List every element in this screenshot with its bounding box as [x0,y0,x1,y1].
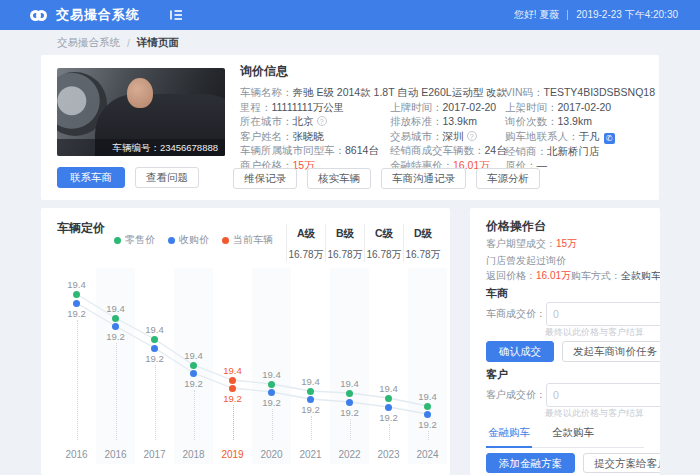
phone-icon[interactable]: ✆ [604,133,615,144]
breadcrumb-current: 详情页面 [137,36,179,50]
acquisition-price-dot[interactable] [346,399,353,406]
top-bar: 交易撮合系统 您好! 夏薇 2019-2-23 下午4:20:30 [0,0,700,30]
inquiry-info-body: 询价信息 车辆名称：奔驰 E级 2014款 1.8T 自动 E260L运动型 改… [240,63,645,183]
vehicle-photo-caption: 车辆编号：23456678888 [57,139,225,156]
retail-price-dot[interactable] [346,390,353,397]
return-price: 返回价格：16.01万 [486,270,571,282]
retail-price-label: 19.4 [213,365,252,376]
acquisition-price-dot[interactable] [151,345,158,352]
retail-price-label: 19.4 [96,303,135,314]
inquiry-info-card: 车辆编号：23456678888 联系车商 查看问题 询价信息 车辆名称：奔驰 … [41,55,659,200]
launch-dealer-inquiry-button[interactable]: 发起车商询价任务 [562,341,660,362]
acquisition-price-dot[interactable] [385,404,392,411]
acquisition-price-label: 19.2 [174,378,213,389]
dealer-price-hint: 最终以此价格与客户结算 [486,327,644,338]
person-face-graphic [127,78,153,108]
help-icon[interactable]: ? [317,116,327,126]
acquisition-price-dot[interactable] [112,323,119,330]
dealer-price-input-box: 万 [546,302,660,326]
source-analysis-button[interactable]: 车源分析 [476,168,540,189]
add-finance-plan-button[interactable]: 添加金融方案 [486,453,575,474]
retail-price-dot[interactable] [229,377,236,384]
acquisition-price-dot[interactable] [73,300,80,307]
customer-section-title: 客户 [486,368,644,380]
vehicle-photo[interactable]: 车辆编号：23456678888 [57,68,225,156]
retail-price-dot[interactable] [73,291,80,298]
acquisition-price-label: 19.2 [291,404,330,415]
retail-price-label: 19.4 [330,378,369,389]
pricing-plot: 19.419.2201619.419.2201619.419.2201719.4… [57,268,447,468]
plot-guide-line [155,365,156,440]
pricing-chart-title: 车辆定价 [57,220,105,237]
retail-price-dot[interactable] [424,403,431,410]
retail-price-label: 19.4 [252,369,291,380]
year-axis-label: 2024 [408,449,447,460]
grade-a-cell: A级 16.78万 [286,224,325,262]
breadcrumb-root[interactable]: 交易撮合系统 [57,36,120,50]
help-icon[interactable]: ? [467,131,477,141]
dealer-price-label: 车商成交价： [486,307,546,321]
legend-retail: 零售价 [114,233,155,247]
maintenance-record-button[interactable]: 维保记录 [233,168,297,189]
plot-guide-line [389,424,390,440]
confirm-deal-button[interactable]: 确认成交 [486,341,554,362]
view-issue-button[interactable]: 查看问题 [135,167,199,188]
acquisition-price-dot[interactable] [307,396,314,403]
dealer-communication-log-button[interactable]: 车商沟通记录 [381,168,466,189]
retail-price-dot[interactable] [307,388,314,395]
app-logo-icon [30,10,47,21]
vehicle-pricing-card: 车辆定价 零售价 收购价 当前车辆 A级 16.78万 B级 16.78万 [41,208,450,475]
retail-price-label: 19.4 [57,279,96,290]
acquisition-price-label: 19.2 [252,397,291,408]
year-axis-label: 2019 [213,449,252,460]
retail-price-dot[interactable] [112,315,119,322]
submit-plan-button[interactable]: 提交方案给客户 [583,453,660,474]
current-vehicle-dot-icon [222,237,229,244]
plot-guide-line [116,343,117,440]
verify-vehicle-button[interactable]: 核实车辆 [307,168,371,189]
acquisition-price-label: 19.2 [369,412,408,423]
grade-d-cell: D级 16.78万 [403,224,442,262]
user-greeting[interactable]: 您好! 夏薇 [514,8,560,22]
acquisition-price-label: 19.2 [213,393,252,404]
year-axis-label: 2023 [369,449,408,460]
retail-price-dot[interactable] [268,381,275,388]
store-inquiry-note: 门店曾发起过询价 [486,255,644,267]
contact-dealer-button[interactable]: 联系车商 [57,167,125,188]
collapse-menu-icon[interactable] [170,9,183,21]
tab-finance-purchase[interactable]: 金融购车 [486,422,532,448]
price-operation-panel: 价格操作台 客户期望成交：15万 门店曾发起过询价 返回价格：16.01万 购车… [470,208,660,475]
acquisition-price-label: 19.2 [330,407,369,418]
year-axis-label: 2017 [135,449,174,460]
retail-price-label: 19.4 [135,324,174,335]
acquisition-price-label: 19.2 [96,331,135,342]
customer-expect-row: 客户期望成交：15万 [486,238,644,250]
legend-and-grades: 零售价 收购价 当前车辆 A级 16.78万 B级 16.78万 C级 16.7… [114,224,442,262]
customer-price-input[interactable] [547,389,660,401]
retail-price-dot[interactable] [385,395,392,402]
acquisition-price-dot[interactable] [268,389,275,396]
tab-full-payment[interactable]: 全款购车 [550,422,596,447]
dealer-store-row: 经销商：北新桥门店 [505,144,647,159]
app-title: 交易撮合系统 [56,6,140,24]
trade-city-row: 交易城市：深圳? [390,129,515,144]
retail-price-label: 19.4 [369,383,408,394]
acquisition-price-dot[interactable] [190,370,197,377]
acquisition-price-dot[interactable] [424,411,431,418]
inquiry-info-title: 询价信息 [240,63,645,80]
dealer-price-input[interactable] [547,308,660,320]
breadcrumb: 交易撮合系统 / 详情页面 [57,30,179,55]
retail-price-dot[interactable] [190,362,197,369]
dealer-section-title: 车商 [486,287,644,299]
plot-guide-line [350,419,351,440]
retail-price-dot[interactable] [151,336,158,343]
acquisition-price-label: 19.2 [57,308,96,319]
plot-guide-line [311,416,312,440]
inquiry-count-row: 询价次数：13.9km [505,114,647,129]
year-axis-label: 2022 [330,449,369,460]
register-date-row: 上牌时间：2017-02-20 [390,100,515,115]
vehicle-name-row: 车辆名称：奔驰 E级 2014款 1.8T 自动 E260L运动型 改款 [240,85,520,100]
year-axis-label: 2016 [96,449,135,460]
acquisition-price-dot[interactable] [229,385,236,392]
year-axis-label: 2020 [252,449,291,460]
